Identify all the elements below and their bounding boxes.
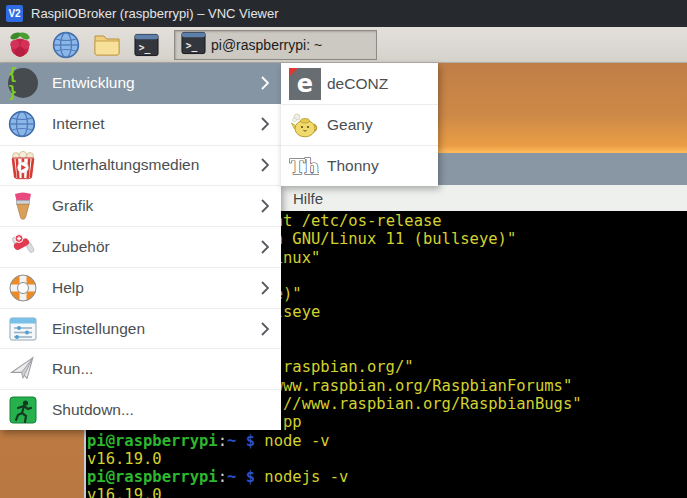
file-manager-launcher[interactable] [93,29,121,61]
submenu-item-thonny[interactable]: ThThonny [281,145,438,186]
submenu-chevron-icon [261,76,269,90]
terminal-text-segment: : [218,432,227,450]
globe-icon [52,31,80,59]
terminal-line: v16.19.0 [87,486,687,498]
terminal-text-segment: : [218,468,227,486]
menu-item-zubeh-r[interactable]: Zubehör [0,226,281,267]
raspberry-menu-launcher[interactable] [5,29,35,61]
menu-item-label: Entwicklung [52,74,261,92]
menu-item-grafik[interactable]: Grafik [0,185,281,226]
menu-item-run[interactable]: Run... [0,348,281,389]
terminal-text-segment: ~ $ [227,432,255,450]
terminal-line: pi@raspberrypi:~ $ node -v [87,432,687,450]
submenu-chevron-icon [261,199,269,213]
terminal-text-segment: pi@raspberrypi [87,468,218,486]
menu-item-internet[interactable]: Internet [0,104,281,145]
menu-item-label: Unterhaltungsmedien [52,156,261,174]
terminal-text-segment: v16.19.0 [87,486,162,498]
paintbrush-icon [8,191,52,221]
vnc-window-titlebar[interactable]: V2 RaspiIOBroker (raspberrypi) – VNC Vie… [0,0,687,27]
terminal-icon: >_ [134,33,159,57]
submenu-chevron-icon [261,322,269,336]
menu-item-label: Shutdown... [52,401,281,419]
popcorn-icon [8,150,52,180]
menu-item-shutdown[interactable]: Shutdown... [0,389,281,430]
entwicklung-submenu: edeCONZGeanyThThonny [281,63,438,186]
taskbar: >_ >_ pi@raspberrypi: ~ [0,27,687,63]
lifebuoy-icon [8,273,52,303]
terminal-text-segment: node -v [255,432,330,450]
submenu-chevron-icon [261,240,269,254]
taskbar-window-label: pi@raspberrypi: ~ [211,37,322,53]
vnc-logo-icon: V2 [6,5,23,22]
svg-text:>_: >_ [186,39,198,51]
vnc-window-title: RaspiIOBroker (raspberrypi) – VNC Viewer [31,6,279,21]
svg-text:Th: Th [290,154,319,179]
braces-icon: { } [8,68,52,98]
menu-item-label: Internet [52,115,261,133]
submenu-item-label: deCONZ [327,75,438,93]
folder-icon [93,32,121,57]
menu-item-label: Zubehör [52,238,261,256]
thonny-icon: Th [289,151,327,181]
shutdown-icon [8,395,52,425]
svg-text:e: e [297,70,313,98]
terminal-text-segment: nodejs -v [255,468,348,486]
terminal-launcher[interactable]: >_ [134,29,159,61]
terminal-line: pi@raspberrypi:~ $ nodejs -v [87,468,687,486]
terminal-text-segment: cat /etc/os-release [255,212,442,230]
svg-text:>_: >_ [139,41,151,53]
menu-item-label: Einstellungen [52,320,261,338]
submenu-item-label: Thonny [327,157,438,175]
taskbar-window-button[interactable]: >_ pi@raspberrypi: ~ [174,30,377,60]
vnc-viewer-screen: V2 RaspiIOBroker (raspberrypi) – VNC Vie… [0,0,687,498]
geany-icon [289,110,327,140]
menu-item-label: Help [52,279,261,297]
submenu-chevron-icon [261,281,269,295]
menu-item-einstellungen[interactable]: Einstellungen [0,308,281,349]
submenu-chevron-icon [261,158,269,172]
taskbar-launchers: >_ [0,29,159,61]
submenu-chevron-icon [261,117,269,131]
web-browser-launcher[interactable] [52,29,80,61]
submenu-item-deconz[interactable]: edeCONZ [281,63,438,104]
terminal-text-segment: pi@raspberrypi [87,432,218,450]
menu-item-help[interactable]: Help [0,267,281,308]
swiss-knife-icon [8,232,52,262]
terminal-text-segment: ~ $ [227,468,255,486]
menu-item-unterhaltungsmedien[interactable]: Unterhaltungsmedien [0,145,281,186]
submenu-item-geany[interactable]: Geany [281,104,438,145]
menu-item-entwicklung[interactable]: { }Entwicklung [0,63,281,104]
terminal-icon: >_ [181,31,206,59]
terminal-text-segment: v16.19.0 [87,450,162,468]
paper-plane-icon [8,354,52,384]
raspberry-icon [5,30,35,60]
terminal-line: v16.19.0 [87,450,687,468]
globe-icon [8,110,52,138]
menu-item-label: Run... [52,360,281,378]
terminal-menu-hilfe[interactable]: Hilfe [293,190,323,207]
sliders-icon [8,314,52,344]
menu-item-label: Grafik [52,197,261,215]
submenu-item-label: Geany [327,116,438,134]
application-menu: { }EntwicklungInternetUnterhaltungsmedie… [0,63,281,430]
deconz-icon: e [289,68,327,100]
